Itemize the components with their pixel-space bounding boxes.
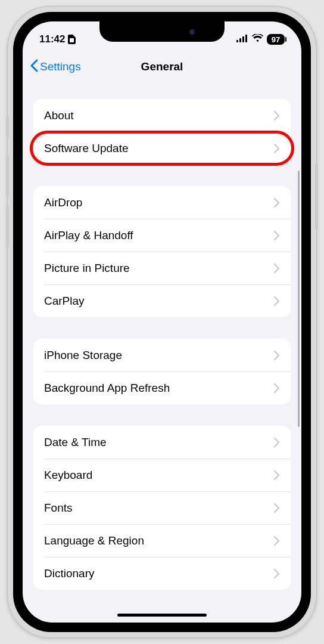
row-software-update[interactable]: Software Update: [33, 132, 291, 165]
chevron-right-icon: [274, 503, 280, 513]
row-carplay[interactable]: CarPlay: [33, 284, 291, 317]
settings-group: Date & TimeKeyboardFontsLanguage & Regio…: [33, 426, 291, 590]
settings-group: AirDropAirPlay & HandoffPicture in Pictu…: [33, 186, 291, 317]
row-about[interactable]: About: [33, 99, 291, 132]
back-button-label: Settings: [40, 60, 81, 73]
notch: [99, 21, 225, 42]
svg-rect-1: [236, 40, 238, 42]
svg-rect-4: [245, 35, 247, 42]
row-label: Language & Region: [44, 534, 144, 547]
battery-indicator: 97: [267, 34, 285, 45]
row-label: AirPlay & Handoff: [44, 229, 133, 242]
chevron-right-icon: [274, 536, 280, 546]
settings-group: iPhone StorageBackground App Refresh: [33, 339, 291, 404]
row-language-region[interactable]: Language & Region: [33, 524, 291, 557]
chevron-right-icon: [274, 264, 280, 273]
settings-group: AboutSoftware Update: [33, 99, 291, 165]
scrollbar[interactable]: [298, 171, 300, 427]
screen: 11:42 97: [23, 21, 301, 623]
cellular-signal-icon: [236, 34, 248, 45]
side-button: [315, 164, 318, 230]
row-label: Picture in Picture: [44, 262, 130, 275]
row-airplay-handoff[interactable]: AirPlay & Handoff: [33, 219, 291, 252]
mute-switch: [6, 116, 9, 138]
chevron-right-icon: [274, 296, 280, 306]
row-label: Date & Time: [44, 436, 107, 449]
svg-rect-2: [239, 38, 241, 42]
chevron-right-icon: [274, 438, 280, 447]
front-camera-icon: [189, 29, 195, 35]
row-label: iPhone Storage: [44, 349, 122, 362]
status-right: 97: [236, 34, 285, 45]
volume-down-button: [6, 206, 9, 247]
row-label: CarPlay: [44, 295, 85, 308]
svg-rect-0: [70, 38, 74, 42]
content-scroll[interactable]: AboutSoftware UpdateAirDropAirPlay & Han…: [23, 99, 301, 602]
volume-up-button: [6, 155, 9, 197]
status-left: 11:42: [39, 33, 76, 45]
row-keyboard[interactable]: Keyboard: [33, 459, 291, 491]
status-time: 11:42: [39, 33, 65, 45]
row-label: Fonts: [44, 501, 73, 515]
chevron-right-icon: [274, 144, 280, 153]
chevron-right-icon: [274, 111, 280, 120]
row-date-time[interactable]: Date & Time: [33, 426, 291, 459]
chevron-right-icon: [274, 231, 280, 240]
row-background-app-refresh[interactable]: Background App Refresh: [33, 371, 291, 404]
row-dictionary[interactable]: Dictionary: [33, 557, 291, 590]
navigation-bar: Settings General: [23, 51, 301, 82]
row-label: Dictionary: [44, 567, 94, 580]
row-fonts[interactable]: Fonts: [33, 491, 291, 524]
device-frame: 11:42 97: [7, 6, 317, 638]
home-indicator[interactable]: [117, 614, 207, 617]
wifi-icon: [252, 34, 263, 45]
row-picture-in-picture[interactable]: Picture in Picture: [33, 252, 291, 284]
chevron-right-icon: [274, 198, 280, 208]
svg-rect-3: [242, 36, 244, 42]
device-bezel: 11:42 97: [13, 12, 311, 632]
row-label: Keyboard: [44, 469, 92, 482]
row-label: Software Update: [44, 142, 129, 155]
row-iphone-storage[interactable]: iPhone Storage: [33, 339, 291, 371]
chevron-right-icon: [274, 383, 280, 393]
chevron-left-icon: [30, 59, 38, 75]
row-label: About: [44, 109, 74, 122]
chevron-right-icon: [274, 351, 280, 360]
row-airdrop[interactable]: AirDrop: [33, 186, 291, 219]
back-button[interactable]: Settings: [30, 59, 81, 75]
chevron-right-icon: [274, 569, 280, 578]
chevron-right-icon: [274, 470, 280, 480]
sim-card-icon: [68, 35, 76, 44]
row-label: Background App Refresh: [44, 382, 170, 395]
row-label: AirDrop: [44, 196, 82, 209]
